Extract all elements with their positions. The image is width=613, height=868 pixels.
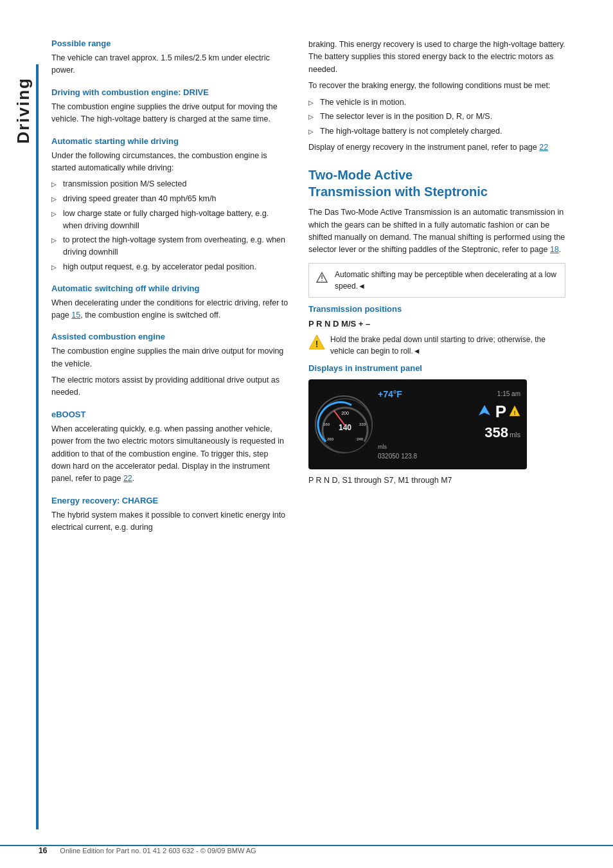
warning-box: ! Hold the brake pedal down until starti… (308, 334, 565, 357)
body-automatic-starting-intro: Under the following circumstances, the c… (51, 150, 289, 175)
section-possible-range: Possible range The vehicle can travel ap… (51, 39, 289, 77)
section-energy-recovery: Energy recovery: CHARGE The hybrid syste… (51, 496, 289, 534)
range-unit: mls (510, 431, 520, 439)
warning-triangle-icon: ! (308, 334, 325, 350)
heading-switching-off: Automatic switching off while driving (51, 284, 289, 293)
section-eboost: eBOOST When accelerating quickly, e.g. w… (51, 410, 289, 485)
body-braking-top: braking. This energy recovery is used to… (308, 39, 565, 76)
sidebar-label: Driving (13, 77, 33, 144)
body-assisted-combustion: The combustion engine supplies the main … (51, 345, 289, 370)
body-energy-recovery: The hybrid system makes it possible to c… (51, 509, 289, 534)
section-assisted-combustion: Assisted combustion engine The combustio… (51, 332, 289, 399)
svg-text:160: 160 (323, 422, 330, 426)
heading-displays: Displays in instrument panel (308, 363, 565, 373)
body-assisted-combustion-2: The electric motors assist by providing … (51, 374, 289, 399)
page-number: 16 (39, 846, 47, 855)
svg-text:140: 140 (339, 423, 351, 432)
list-item: high output request, e.g. by accelerator… (51, 261, 289, 273)
warning-small-icon: ! (509, 405, 520, 419)
body-recovery-conditions: To recover the braking energy, the follo… (308, 80, 565, 92)
range-value: 358 (484, 424, 508, 441)
page-ref-22[interactable]: 22 (539, 143, 548, 152)
odometer-display: 032050 123.8 (378, 453, 520, 460)
transmission-positions: P R N D M/S + – (308, 319, 565, 329)
list-item: to protect the high-voltage system from … (51, 234, 289, 258)
section-driving-combustion: Driving with combustion engine: DRIVE Th… (51, 87, 289, 126)
heading-eboost: eBOOST (51, 410, 289, 419)
list-item: low charge state or fully charged high-v… (51, 208, 289, 232)
footer-text: Online Edition for Part no. 01 41 2 603 … (60, 847, 256, 854)
right-column: braking. This energy recovery is used to… (308, 39, 565, 829)
gear-display: P (495, 402, 506, 422)
body-driving-combustion: The combustion engine supplies the drive… (51, 101, 289, 126)
body-eboost: When accelerating quickly, e.g. when pas… (51, 423, 289, 485)
body-two-mode: The Das Two-Mode Active Transmission is … (308, 206, 565, 257)
section-automatic-switching-off: Automatic switching off while driving Wh… (51, 284, 289, 322)
page-ref-15[interactable]: 15 (71, 311, 80, 320)
time-display: 1:15 am (497, 390, 520, 397)
list-item: The selector lever is in the position D,… (308, 111, 565, 123)
svg-marker-13 (479, 405, 490, 415)
bullets-recovery: The vehicle is in motion. The selector l… (308, 96, 565, 138)
svg-text:!: ! (514, 410, 516, 416)
heading-possible-range: Possible range (51, 39, 289, 48)
body-possible-range: The vehicle can travel approx. 1.5 miles… (51, 52, 289, 77)
bullets-automatic-starting: transmission position M/S selected drivi… (51, 178, 289, 273)
svg-point-2 (321, 280, 323, 281)
heading-transmission-positions: Transmission positions (308, 304, 565, 314)
heading-driving-combustion: Driving with combustion engine: DRIVE (51, 87, 289, 97)
nav-icon (477, 404, 493, 419)
svg-text:260: 260 (327, 437, 334, 441)
page-ref-18[interactable]: 18 (550, 245, 559, 254)
left-column: Possible range The vehicle can travel ap… (51, 39, 289, 829)
speedometer-gauge: 200 220 240 260 160 140 (315, 395, 373, 453)
sidebar: Driving (0, 0, 39, 868)
temp-display: +74°F (378, 389, 402, 399)
page-ref-22-eboost[interactable]: 22 (123, 474, 132, 483)
note-box-shifting: Automatic shifting may be perceptible wh… (308, 263, 565, 298)
body-display-note: Display of energy recovery in the instru… (308, 141, 565, 154)
note-triangle-icon (314, 269, 330, 285)
list-item: driving speed greater than 40 mph/65 km/… (51, 193, 289, 205)
heading-energy-recovery: Energy recovery: CHARGE (51, 496, 289, 505)
center-instrument-display: +74°F 1:15 am P (378, 389, 520, 460)
svg-text:240: 240 (357, 437, 364, 441)
note-text-shifting: Automatic shifting may be perceptible wh… (335, 269, 560, 292)
panel-caption: P R N D, S1 through S7, M1 through M7 (308, 476, 565, 485)
warning-text: Hold the brake pedal down until starting… (330, 334, 565, 357)
heading-two-mode: Two-Mode Active Transmission with Steptr… (308, 167, 565, 200)
svg-text:!: ! (315, 339, 319, 349)
svg-text:200: 200 (341, 411, 349, 415)
blue-accent-bar (36, 64, 39, 829)
page-container: Driving Possible range The vehicle can t… (0, 0, 613, 868)
svg-text:220: 220 (359, 422, 366, 426)
heading-automatic-starting: Automatic starting while driving (51, 136, 289, 146)
body-switching-off: When decelerating under the conditions f… (51, 297, 289, 322)
list-item: The vehicle is in motion. (308, 96, 565, 109)
main-content: Possible range The vehicle can travel ap… (39, 0, 613, 868)
list-item: The high-voltage battery is not complete… (308, 125, 565, 138)
page-footer: 16 Online Edition for Part no. 01 41 2 6… (0, 845, 613, 855)
section-two-mode: Two-Mode Active Transmission with Steptr… (308, 167, 565, 485)
section-automatic-starting: Automatic starting while driving Under t… (51, 136, 289, 273)
heading-assisted-combustion: Assisted combustion engine (51, 332, 289, 341)
list-item: transmission position M/S selected (51, 178, 289, 190)
instrument-panel-display: 200 220 240 260 160 140 (308, 379, 527, 469)
